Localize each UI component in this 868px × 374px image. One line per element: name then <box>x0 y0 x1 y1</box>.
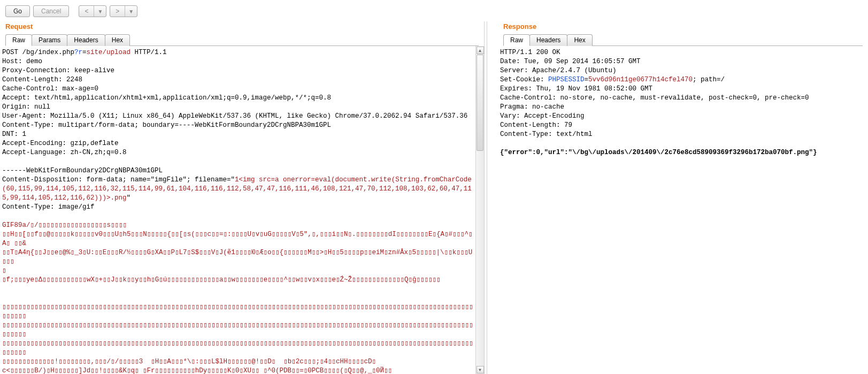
cancel-button[interactable]: Cancel <box>33 5 69 17</box>
content-type-line: Content-Type: image/gif <box>2 203 95 211</box>
tab-headers[interactable]: Headers <box>529 34 567 46</box>
request-pane: Request Raw Params Headers Hex POST /bg/… <box>0 21 484 374</box>
binary-line-4: ▯ <box>2 267 6 274</box>
next-button[interactable]: > ▼ <box>110 5 137 17</box>
response-raw-content[interactable]: HTTP/1.1 200 OK Date: Tue, 09 Sep 2014 1… <box>498 46 868 374</box>
tab-raw[interactable]: Raw <box>503 34 530 46</box>
response-headers-pre: Date: Tue, 09 Sep 2014 16:05:57 GMT Serv… <box>500 58 641 74</box>
tab-hex[interactable]: Hex <box>567 34 592 46</box>
request-tabstrip: Raw Params Headers Hex <box>5 34 479 46</box>
binary-line-2: ▯▯H▯▯[▯▯f▯▯@▯▯▯▯▯k▯▯▯▯▯v0▯▯▯U▯h5▯▯▯N▯▯▯▯… <box>2 231 473 247</box>
go-button[interactable]: Go <box>5 5 30 17</box>
tab-headers[interactable]: Headers <box>67 34 105 46</box>
request-line-prefix: POST /bg/index.php <box>2 49 74 56</box>
setcookie-suffix: ; path=/ <box>693 76 725 83</box>
binary-line-5: ▯f;▯▯▯ye▯Δ▯▯▯▯▯▯▯▯▯▯▯wX▯+▯▯J▯▯k▯▯y▯▯h▯G▯… <box>2 276 441 284</box>
response-title: Response <box>498 21 868 34</box>
scroll-track[interactable] <box>476 55 484 365</box>
content-disposition-suffix: " <box>127 194 131 202</box>
scroll-up-icon[interactable]: ▲ <box>477 47 484 54</box>
setcookie-name: PHPSESSID <box>548 76 585 83</box>
setcookie-value: 5vv6d96n11ge0677h14cfel470 <box>588 76 693 83</box>
tab-params[interactable]: Params <box>32 34 67 46</box>
request-line-suffix: HTTP/1.1 <box>130 49 167 56</box>
request-raw-content[interactable]: POST /bg/index.php?r=site/upload HTTP/1.… <box>0 46 475 374</box>
chevron-left-icon: < <box>79 6 94 17</box>
request-param-value: site/upload <box>87 49 131 56</box>
binary-line-3: ▯▯T▯A4η{▯▯J▯▯e▯@%▯_3▯U:▯▯E▯▯▯R/½▯▯▯▯G▯XA… <box>2 249 472 265</box>
chevron-right-icon: > <box>110 6 125 17</box>
chevron-down-icon[interactable]: ▼ <box>125 6 137 17</box>
request-scrollbar[interactable]: ▲ ▼ <box>475 46 484 374</box>
response-tabstrip: Raw Headers Hex <box>503 34 863 46</box>
response-headers-post: Expires: Thu, 19 Nov 1981 08:52:00 GMT C… <box>500 85 809 138</box>
prev-button[interactable]: < ▼ <box>79 5 106 17</box>
setcookie-eq: = <box>585 76 589 83</box>
request-eq: = <box>82 49 87 56</box>
request-qmark: ? <box>74 49 79 56</box>
response-body: {"error":0,"url":"\/bg\/uploads\/201409\… <box>500 149 817 156</box>
chevron-down-icon[interactable]: ▼ <box>94 6 106 17</box>
toolbar: Go Cancel < ▼ > ▼ <box>0 0 868 21</box>
request-headers: Host: demo Proxy-Connection: keep-alive … <box>2 58 467 174</box>
tab-hex[interactable]: Hex <box>105 34 130 46</box>
response-pane: Response Raw Headers Hex HTTP/1.1 200 OK… <box>487 21 868 374</box>
binary-line-1: GIF89a/▯/▯▯▯▯▯▯▯▯▯▯▯▯▯▯▯▯▯s▯▯▯▯ <box>2 222 127 229</box>
binary-block: ▯▯▯▯▯▯▯▯▯▯▯▯▯▯▯▯▯▯▯▯▯▯▯▯▯▯▯▯▯▯▯▯▯▯▯▯▯▯▯▯… <box>2 303 473 374</box>
tab-raw[interactable]: Raw <box>5 34 32 46</box>
content-disposition-prefix: Content-Disposition: form-data; name="im… <box>2 176 235 184</box>
request-param-name: r <box>79 49 83 56</box>
request-title: Request <box>0 21 484 34</box>
scroll-thumb[interactable] <box>477 55 483 151</box>
setcookie-prefix: Set-Cookie: <box>500 76 548 83</box>
response-status-line: HTTP/1.1 200 OK <box>500 49 560 56</box>
scroll-down-icon[interactable]: ▼ <box>477 366 484 373</box>
